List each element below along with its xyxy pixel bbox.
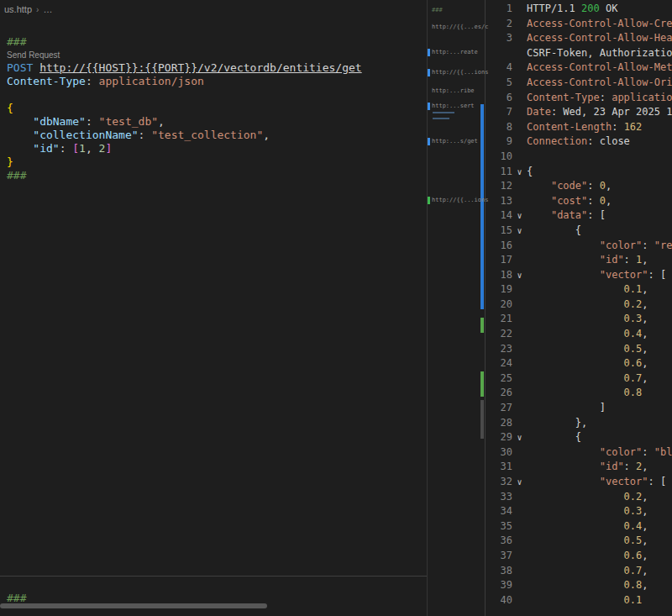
- fold-chevron-icon[interactable]: ∨: [512, 165, 527, 180]
- line-number: 22: [486, 327, 512, 342]
- minimap[interactable]: ###http://{{...es/chttp:...reatehttp://{…: [427, 0, 486, 616]
- vscode-window: us.http › … ###Send RequestPOST http://{…: [0, 0, 672, 616]
- fold-chevron-icon[interactable]: ∨: [512, 224, 527, 239]
- fold-gutter: [512, 371, 527, 387]
- response-line-text: 0.5,: [527, 342, 648, 357]
- line-number: 38: [486, 564, 512, 579]
- response-line-text: 0.2,: [527, 297, 648, 313]
- response-line: 2Access-Control-Allow-Cred: [486, 17, 672, 32]
- response-line-text: "color": "red",: [527, 239, 672, 254]
- response-line-text: Access-Control-Allow-Cred: [527, 17, 672, 32]
- fold-gutter: [512, 150, 527, 165]
- response-line-text: "id": 2,: [527, 460, 648, 475]
- response-line-text: Access-Control-Allow-Orig: [527, 76, 672, 91]
- line-number: 40: [486, 593, 512, 608]
- horizontal-scrollbar[interactable]: [0, 603, 267, 608]
- response-line-text: 0.4,: [527, 519, 648, 534]
- fold-gutter: [512, 194, 527, 209]
- response-line-text: "vector": [: [527, 268, 666, 283]
- fold-gutter: [512, 534, 527, 549]
- response-line: 5Access-Control-Allow-Orig: [486, 76, 672, 91]
- response-line: 15∨ {: [486, 224, 672, 239]
- response-line-text: {: [527, 430, 581, 445]
- response-line: 36 0.5,: [486, 534, 672, 549]
- response-line: 16 "color": "red",: [486, 239, 672, 254]
- overview-ruler-added: [480, 371, 484, 397]
- minimap-item: http://{{...ions: [432, 197, 488, 204]
- fold-gutter: [512, 134, 527, 150]
- line-number: 1: [486, 2, 512, 17]
- response-line-text: "code": 0,: [527, 179, 612, 194]
- line-number: 14: [486, 208, 512, 224]
- response-line: 9Connection: close: [486, 134, 672, 150]
- response-panel[interactable]: 1HTTP/1.1 200 OK2Access-Control-Allow-Cr…: [486, 0, 672, 616]
- response-line-text: Access-Control-Allow-Meth: [527, 61, 672, 76]
- fold-chevron-icon[interactable]: ∨: [512, 208, 527, 224]
- response-line-wrap: CSRF-Token, Authorization: [486, 46, 672, 61]
- breadcrumb[interactable]: us.http › …: [0, 0, 427, 18]
- response-line: 25 0.7,: [486, 371, 672, 387]
- code-line: "dbName": "test_db",: [7, 115, 427, 129]
- fold-gutter: [512, 312, 527, 327]
- response-line: 17 "id": 1,: [486, 253, 672, 268]
- response-line: 6Content-Type: application: [486, 91, 672, 106]
- code-line: ###: [7, 169, 427, 182]
- breadcrumb-file[interactable]: us.http: [4, 4, 32, 14]
- breadcrumb-item[interactable]: …: [43, 4, 52, 14]
- minimap-blue-marker: [428, 49, 430, 56]
- line-number: 16: [486, 239, 512, 254]
- minimap-blue-marker: [428, 69, 430, 76]
- response-line-text: ]: [527, 401, 606, 416]
- fold-gutter: [512, 504, 527, 519]
- fold-gutter: [512, 416, 527, 431]
- fold-gutter: [512, 120, 527, 135]
- minimap-blue-marker: [428, 103, 430, 110]
- response-line: 19 0.1,: [486, 282, 672, 297]
- fold-gutter: [512, 578, 527, 593]
- minimap-item: http://{{...es/c: [432, 24, 488, 31]
- fold-gutter: [512, 356, 527, 371]
- fold-gutter: [512, 179, 527, 194]
- line-number: 4: [486, 61, 512, 76]
- response-line: 22 0.4,: [486, 327, 672, 342]
- response-line-text: 0.8: [527, 386, 642, 401]
- request-editor-content[interactable]: ###Send RequestPOST http://{{HOST}}:{{PO…: [0, 18, 427, 576]
- line-number: 24: [486, 356, 512, 371]
- response-line-text: Access-Control-Allow-Head: [527, 31, 672, 46]
- minimap-item: http://{{...ions: [432, 69, 488, 76]
- response-line-text: {: [527, 165, 533, 180]
- line-number: 18: [486, 268, 512, 283]
- fold-gutter: [512, 297, 527, 313]
- line-number: 2: [486, 17, 512, 32]
- fold-chevron-icon[interactable]: ∨: [512, 268, 527, 283]
- fold-gutter: [512, 61, 527, 76]
- response-line: 24 0.6,: [486, 356, 672, 371]
- fold-gutter: [512, 282, 527, 297]
- code-line: "id": [1, 2]: [7, 142, 427, 155]
- response-line-text: 0.3,: [527, 312, 648, 327]
- response-line-text: 0.4,: [527, 327, 648, 342]
- line-number: 23: [486, 342, 512, 357]
- fold-chevron-icon[interactable]: ∨: [512, 475, 527, 490]
- line-number: 35: [486, 519, 512, 534]
- line-number: 11: [486, 165, 512, 180]
- line-number: 13: [486, 194, 512, 209]
- fold-gutter: [512, 386, 527, 401]
- line-number: 8: [486, 120, 512, 135]
- fold-chevron-icon[interactable]: ∨: [512, 430, 527, 445]
- minimap-item: http:...ribe: [432, 87, 475, 95]
- line-number: 27: [486, 401, 512, 416]
- line-number: 31: [486, 460, 512, 475]
- response-line: 14∨ "data": [: [486, 208, 672, 224]
- code-line: POST http://{{HOST}}:{{PORT}}/v2/vectord…: [7, 61, 427, 75]
- send-request-codelens[interactable]: Send Request: [7, 49, 427, 61]
- line-number: 10: [486, 150, 512, 165]
- response-line-text: "vector": [: [527, 475, 666, 490]
- response-line-text: 0.3,: [527, 504, 648, 519]
- fold-gutter: [512, 342, 527, 357]
- fold-gutter: [512, 327, 527, 342]
- response-line-text: "cost": 0,: [527, 194, 612, 209]
- overview-ruler-thumb[interactable]: [480, 400, 484, 439]
- line-number: 39: [486, 578, 512, 593]
- minimap-green-marker: [428, 197, 430, 204]
